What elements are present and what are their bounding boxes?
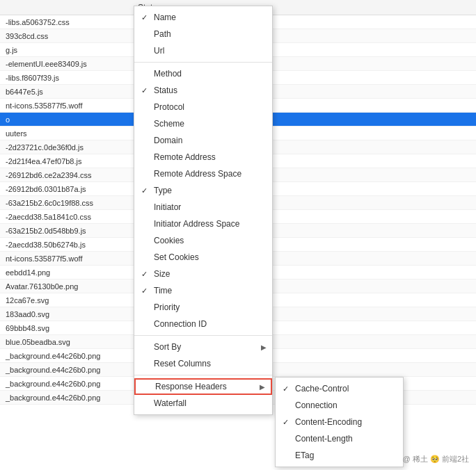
menu-item-label: Priority bbox=[154, 302, 180, 312]
menu-item-label: Initiator bbox=[154, 202, 181, 212]
cell-filename: -libs.a5063752.css bbox=[0, 18, 132, 26]
menu-item-cookies[interactable]: Cookies bbox=[134, 232, 272, 249]
menu-item-label: Scheme bbox=[154, 119, 184, 129]
menu-item-priority[interactable]: Priority bbox=[134, 299, 272, 316]
menu-item-label: Protocol bbox=[154, 102, 184, 112]
menu-item-path[interactable]: Path bbox=[134, 26, 272, 42]
cell-filename: o bbox=[0, 115, 132, 124]
menu-item-type[interactable]: Type bbox=[134, 182, 272, 199]
cell-filename: Avatar.76130b0e.png bbox=[0, 282, 132, 291]
submenu-arrow-icon: ▶ bbox=[261, 343, 267, 351]
cell-filename: -63a215b2.0d548bb9.js bbox=[0, 227, 132, 235]
menu-item-label: Method bbox=[154, 69, 182, 79]
cell-filename: -26912bd6.ce2a2394.css bbox=[0, 171, 132, 179]
cell-filename: _background.e44c26b0.png bbox=[0, 380, 132, 388]
menu-item-label: Domain bbox=[154, 136, 182, 145]
menu-separator bbox=[134, 335, 272, 336]
menu-item-label: Waterfall bbox=[154, 398, 187, 408]
menu-item-time[interactable]: Time bbox=[134, 282, 272, 299]
submenu-item-label: Content-Encoding bbox=[295, 417, 362, 427]
menu-item-label: Response Headers bbox=[155, 382, 227, 391]
cell-filename: 393c8cd.css bbox=[0, 32, 132, 40]
cell-filename: -2d21f4ea.47ef07b8.js bbox=[0, 157, 132, 165]
menu-item-label: Remote Address bbox=[154, 152, 216, 162]
menu-item-label: Connection ID bbox=[154, 319, 207, 329]
menu-item-label: Set Cookies bbox=[154, 252, 199, 262]
menu-item-label: Path bbox=[154, 29, 171, 39]
menu-separator bbox=[134, 62, 272, 63]
cell-filename: 69bbb48.svg bbox=[0, 324, 132, 332]
cell-filename: uuters bbox=[0, 129, 132, 138]
menu-item-label: Size bbox=[154, 269, 170, 279]
menu-item-label: Status bbox=[154, 86, 177, 95]
menu-item-method[interactable]: Method bbox=[134, 65, 272, 82]
submenu-item-label: ETag bbox=[295, 451, 314, 460]
menu-item-remote-address[interactable]: Remote Address bbox=[134, 149, 272, 165]
submenu-item-cache-control[interactable]: Cache-Control bbox=[276, 380, 403, 397]
menu-item-label: Initiator Address Space bbox=[154, 219, 239, 229]
response-headers-submenu[interactable]: Cache-ControlConnectionContent-EncodingC… bbox=[275, 377, 404, 467]
menu-item-label: Sort By bbox=[154, 342, 181, 352]
menu-item-label: Cookies bbox=[154, 236, 184, 245]
menu-item-label: Url bbox=[154, 46, 164, 56]
menu-item-label: Reset Columns bbox=[154, 359, 211, 368]
menu-item-label: Remote Address Space bbox=[154, 169, 241, 179]
menu-item-label: Type bbox=[154, 186, 172, 195]
cell-filename: _background.e44c26b0.png bbox=[0, 352, 132, 360]
cell-filename: _background.e44c26b0.png bbox=[0, 366, 132, 374]
menu-item-sort-by[interactable]: Sort By▶ bbox=[134, 339, 272, 355]
menu-item-scheme[interactable]: Scheme bbox=[134, 115, 272, 132]
cell-filename: -2d23721c.0de36f0d.js bbox=[0, 143, 132, 152]
menu-item-status[interactable]: Status bbox=[134, 82, 272, 99]
cell-filename: 183aad0.svg bbox=[0, 310, 132, 318]
submenu-arrow-icon: ▶ bbox=[260, 383, 265, 391]
submenu-item-content-length[interactable]: Content-Length bbox=[276, 430, 403, 447]
context-menu[interactable]: NamePathUrlMethodStatusProtocolSchemeDom… bbox=[134, 6, 273, 415]
menu-item-label: Time bbox=[154, 286, 172, 295]
menu-item-name[interactable]: Name bbox=[134, 9, 272, 26]
menu-item-response-headers[interactable]: Response Headers▶Cache-ControlConnection… bbox=[134, 378, 272, 395]
menu-separator bbox=[134, 375, 272, 375]
menu-item-waterfall[interactable]: Waterfall bbox=[134, 395, 272, 412]
cell-filename: -libs.f8607f39.js bbox=[0, 74, 132, 82]
submenu-item-label: Content-Length bbox=[295, 434, 353, 444]
cell-filename: 12ca67e.svg bbox=[0, 296, 132, 305]
cell-filename: -elementUI.eee83409.js bbox=[0, 60, 132, 68]
menu-item-size[interactable]: Size bbox=[134, 266, 272, 282]
watermark: @ 稀土 🥺 前端2社 bbox=[403, 454, 469, 464]
cell-filename: -26912bd6.0301b87a.js bbox=[0, 185, 132, 193]
menu-item-domain[interactable]: Domain bbox=[134, 132, 272, 149]
menu-item-initiator[interactable]: Initiator bbox=[134, 199, 272, 216]
cell-filename: -2aecdd38.5a1841c0.css bbox=[0, 213, 132, 221]
cell-filename: blue.05beadba.svg bbox=[0, 338, 132, 346]
menu-item-initiator-address-space[interactable]: Initiator Address Space bbox=[134, 216, 272, 232]
menu-item-protocol[interactable]: Protocol bbox=[134, 99, 272, 115]
submenu-item-label: Cache-Control bbox=[295, 384, 349, 394]
submenu-item-label: Connection bbox=[295, 400, 338, 410]
cell-filename: eebdd14.png bbox=[0, 268, 132, 277]
submenu-item-etag[interactable]: ETag bbox=[276, 447, 403, 464]
menu-item-label: Name bbox=[154, 13, 176, 22]
cell-filename: b6447e5.js bbox=[0, 88, 132, 96]
cell-filename: g.js bbox=[0, 46, 132, 54]
cell-filename: nt-icons.535877f5.woff bbox=[0, 102, 132, 110]
menu-item-url[interactable]: Url bbox=[134, 42, 272, 59]
submenu-item-content-encoding[interactable]: Content-Encoding bbox=[276, 414, 403, 430]
menu-item-connection-id[interactable]: Connection ID bbox=[134, 316, 272, 332]
menu-item-set-cookies[interactable]: Set Cookies bbox=[134, 249, 272, 266]
menu-item-reset-columns[interactable]: Reset Columns bbox=[134, 355, 272, 372]
menu-item-remote-address-space[interactable]: Remote Address Space bbox=[134, 165, 272, 182]
submenu-item-connection[interactable]: Connection bbox=[276, 397, 403, 414]
cell-filename: -63a215b2.6c0c19f88.css bbox=[0, 199, 132, 207]
cell-filename: _background.e44c26b0.png bbox=[0, 394, 132, 402]
cell-filename: nt-icons.535877f5.woff bbox=[0, 254, 132, 263]
cell-filename: -2aecdd38.50b6274b.js bbox=[0, 241, 132, 249]
